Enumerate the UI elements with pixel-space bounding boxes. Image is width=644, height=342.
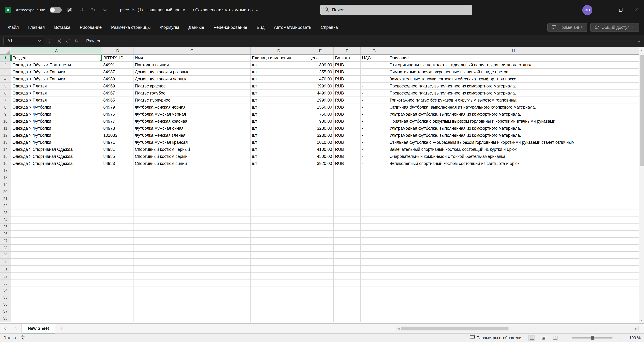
cell-H11[interactable]: Ультрамодная футболка, выполненная из ко… [388,125,639,132]
row-header-6[interactable]: 6 [0,90,11,97]
cell-H6[interactable]: Превосходное платье, выполненное из комф… [388,90,639,97]
cell-C23[interactable] [134,209,250,217]
cell-C5[interactable]: Платье красное [134,83,250,90]
cell-E31[interactable] [307,266,334,273]
zoom-out-button[interactable]: − [563,335,568,341]
cell-D30[interactable] [250,259,307,266]
scroll-down-icon[interactable]: ▼ [639,319,644,321]
cell-D13[interactable]: шт [250,139,307,146]
cell-B33[interactable] [102,280,134,287]
row-header-37[interactable]: 37 [0,308,11,315]
ribbon-tab-11[interactable]: Справка [316,20,342,35]
cell-E2[interactable]: 899.00 [307,62,334,69]
cell-A31[interactable] [11,266,102,273]
column-header-A[interactable]: A [11,47,102,54]
cell-B11[interactable]: 84973 [102,125,134,132]
cell-E34[interactable] [307,287,334,294]
row-header-31[interactable]: 31 [0,266,11,273]
cell-G30[interactable] [360,259,388,266]
cell-D28[interactable] [250,245,307,252]
cell-D8[interactable]: шт [250,104,307,111]
cell-A30[interactable] [11,259,102,266]
cell-F16[interactable]: RUB [334,160,360,167]
cell-A2[interactable]: Одежда > Обувь > Пантолеты [11,62,102,69]
cell-B36[interactable] [102,301,134,308]
cell-F18[interactable] [334,174,360,181]
cell-C28[interactable] [134,245,250,252]
restore-button[interactable] [613,0,628,20]
ribbon-tab-5[interactable]: Разметка страницы [106,20,156,35]
cell-B35[interactable] [102,294,134,301]
cell-C7[interactable]: Платье пурпурное [134,97,250,104]
ribbon-tab-10[interactable]: Автоматизировать [269,20,316,35]
cell-F22[interactable] [334,202,360,209]
row-header-30[interactable]: 30 [0,259,11,266]
cell-E4[interactable]: 470.00 [307,76,334,83]
scroll-up-icon[interactable]: ▲ [639,49,644,52]
undo-icon[interactable]: ↺ [78,6,85,13]
cell-A20[interactable] [11,188,102,195]
cell-A25[interactable] [11,224,102,231]
cell-H29[interactable] [388,252,639,259]
cell-G14[interactable]: - [360,146,388,153]
cell-H17[interactable] [388,167,639,174]
cell-A21[interactable] [11,195,102,202]
cell-H34[interactable] [388,287,639,294]
cell-H19[interactable] [388,181,639,188]
cell-B15[interactable]: 84985 [102,153,134,160]
cell-C1[interactable]: Имя [134,55,250,62]
zoom-slider-thumb[interactable] [591,336,594,340]
row-header-19[interactable]: 19 [0,181,11,188]
row-header-34[interactable]: 34 [0,287,11,294]
redo-icon[interactable]: ↻ [90,6,97,13]
cell-B34[interactable] [102,287,134,294]
cell-A14[interactable]: Одежда > Спортивная Одежда [11,146,102,153]
cell-E5[interactable]: 3999.00 [307,83,334,90]
cell-D18[interactable] [250,174,307,181]
cell-D23[interactable] [250,209,307,217]
cell-E1[interactable]: Цена [307,55,334,62]
cell-G1[interactable]: НДС [360,55,388,62]
cell-A33[interactable] [11,280,102,287]
cell-D24[interactable] [250,217,307,224]
cell-F17[interactable] [334,167,360,174]
cell-A29[interactable] [11,252,102,259]
cell-G18[interactable] [360,174,388,181]
cell-C33[interactable] [134,280,250,287]
cell-H36[interactable] [388,301,639,308]
cell-H37[interactable] [388,308,639,315]
cell-A27[interactable] [11,238,102,245]
cell-G11[interactable]: - [360,125,388,132]
cell-B30[interactable] [102,259,134,266]
cell-H12[interactable]: Ультрамодная футболка, выполненная из ко… [388,132,639,139]
cell-C11[interactable]: Футболка мужская синяя [134,125,250,132]
cell-E16[interactable]: 3920.00 [307,160,334,167]
cell-H14[interactable]: Замечательный спортивный костюм, состоящ… [388,146,639,153]
cell-B25[interactable] [102,224,134,231]
title-chevron-icon[interactable] [256,7,259,12]
cell-H25[interactable] [388,224,639,231]
cell-C34[interactable] [134,287,250,294]
cell-B28[interactable] [102,245,134,252]
row-header-3[interactable]: 3 [0,69,11,76]
cell-F8[interactable]: RUB [334,104,360,111]
cell-G13[interactable]: - [360,139,388,146]
sheet-nav-left-icon[interactable] [0,324,11,333]
cell-C15[interactable]: Спортивный костюм серый [134,153,250,160]
qat-customize-chevron-icon[interactable] [101,6,108,13]
cell-E26[interactable] [307,231,334,238]
cell-C9[interactable]: Футболка мужская черная [134,111,250,118]
cell-G19[interactable] [360,181,388,188]
cell-H22[interactable] [388,202,639,209]
cell-C30[interactable] [134,259,250,266]
cell-C35[interactable] [134,294,250,301]
cell-G10[interactable]: - [360,118,388,125]
cell-F27[interactable] [334,238,360,245]
cell-F28[interactable] [334,245,360,252]
row-header-24[interactable]: 24 [0,217,11,224]
cell-C8[interactable]: Футболка женская черная [134,104,250,111]
cell-A15[interactable]: Одежда > Спортивная Одежда [11,153,102,160]
cell-G12[interactable]: - [360,132,388,139]
cell-F5[interactable]: RUB [334,83,360,90]
cell-G25[interactable] [360,224,388,231]
